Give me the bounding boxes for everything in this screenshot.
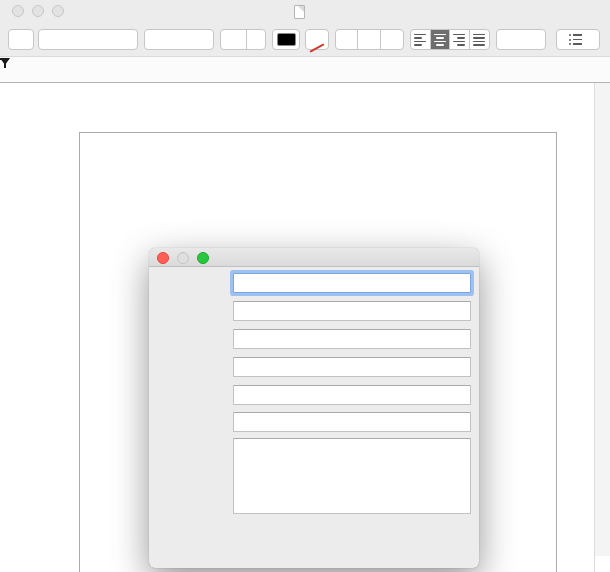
scrollbar-track[interactable] [594,83,610,572]
textedit-window [0,0,610,572]
line-spacing-select[interactable] [496,29,546,50]
italic-button[interactable] [358,30,380,49]
list-style-select[interactable] [556,29,600,50]
window-titlebar[interactable] [0,0,610,22]
format-toolbar [0,22,610,56]
paragraph-style-button[interactable] [8,29,34,50]
dialog-minimize-button [177,252,189,264]
keywords-field[interactable] [233,412,471,432]
align-left-icon [414,34,426,46]
ruler[interactable] [0,56,610,83]
align-justify-button[interactable] [470,30,489,49]
list-bullets-icon [569,34,582,45]
title-field[interactable] [233,357,471,377]
right-indent-marker[interactable] [0,58,10,65]
font-size-value[interactable] [221,30,247,49]
font-size-combo[interactable] [220,29,266,50]
author-field[interactable] [233,273,471,293]
subject-field[interactable] [233,385,471,405]
alignment-group [410,29,490,50]
align-right-button[interactable] [450,30,470,49]
copyright-field[interactable] [233,329,471,349]
dialog-titlebar[interactable] [149,248,479,267]
underline-button[interactable] [381,30,403,49]
font-family-select[interactable] [38,29,138,50]
dialog-zoom-button[interactable] [197,252,209,264]
organization-field[interactable] [233,301,471,321]
text-color-well[interactable] [272,29,300,50]
comment-field[interactable] [233,438,471,514]
bold-button[interactable] [336,30,358,49]
dialog-close-button[interactable] [157,252,169,264]
align-center-icon [434,34,446,46]
align-justify-icon [473,34,485,46]
align-left-button[interactable] [411,30,431,49]
background-color-well[interactable] [305,29,329,50]
bold-italic-underline-group [335,29,404,50]
window-title-area [0,3,610,20]
document-icon [294,5,305,19]
font-style-select[interactable] [144,29,214,50]
align-center-button[interactable] [431,30,451,49]
align-right-icon [453,34,465,46]
scrollbar-corner [594,556,610,572]
document-properties-dialog [149,248,479,568]
color-swatch-black [277,33,296,46]
